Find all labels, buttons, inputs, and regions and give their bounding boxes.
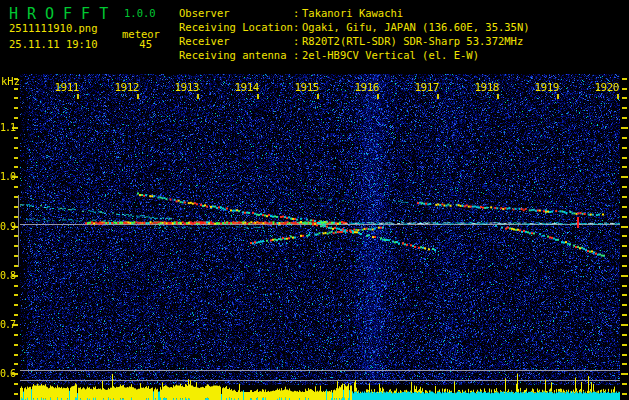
info-separator: :: [293, 6, 302, 20]
y-tick-minor: [14, 97, 18, 99]
y-tick-minor: [14, 285, 18, 287]
y-tick-minor: [622, 88, 627, 90]
y-tick-minor: [14, 304, 18, 306]
info-value: Takanori Kawachi: [302, 7, 403, 19]
y-tick-minor: [14, 147, 18, 149]
info-value: 2el-HB9CV Vertical (el. E-W): [302, 49, 479, 61]
y-tick-minor: [622, 363, 627, 365]
signal-level-bargraph: [20, 370, 620, 400]
y-tick-minor: [622, 344, 627, 346]
y-tick-minor: [622, 137, 627, 139]
y-tick-minor: [622, 206, 627, 208]
y-tick-minor: [622, 78, 627, 80]
y-tick-major: [621, 127, 628, 129]
output-filename: 2511111910.png: [9, 22, 98, 34]
echo-count: 45: [134, 38, 152, 50]
y-tick-minor: [622, 216, 627, 218]
y-tick-major: [621, 373, 628, 375]
y-tick-minor: [14, 166, 18, 168]
y-tick-minor: [622, 186, 627, 188]
freq-unit-label: kHz: [1, 75, 20, 87]
y-tick-label: 0.8: [0, 270, 15, 281]
spectrogram-canvas: [20, 74, 620, 385]
y-tick-label: 1.1: [0, 122, 15, 133]
info-label: Observer: [179, 6, 293, 20]
info-row-observer: Observer:Takanori Kawachi: [179, 6, 530, 20]
y-tick-minor: [622, 235, 627, 237]
y-tick-minor: [622, 393, 627, 395]
y-tick-major: [621, 324, 628, 326]
info-value: R820T2(RTL-SDR) SDR-Sharp 53.372MHz: [302, 35, 523, 47]
info-value: Ogaki, Gifu, JAPAN (136.60E, 35.35N): [302, 21, 530, 33]
y-tick-minor: [622, 245, 627, 247]
y-tick-label: 0.7: [0, 319, 15, 330]
y-tick-minor: [622, 334, 627, 336]
y-tick-minor: [14, 294, 18, 296]
y-tick-major: [12, 176, 18, 178]
y-tick-major: [12, 373, 18, 375]
y-tick-major: [12, 127, 18, 129]
y-tick-major: [621, 275, 628, 277]
y-tick-minor: [14, 393, 18, 395]
y-tick-minor: [14, 314, 18, 316]
y-tick-minor: [622, 107, 627, 109]
info-row-location: Receiving Location:Ogaki, Gifu, JAPAN (1…: [179, 20, 530, 34]
y-tick-minor: [14, 117, 18, 119]
y-tick-minor: [622, 157, 627, 159]
y-tick-label: 0.9: [0, 221, 15, 232]
y-tick-minor: [14, 383, 18, 385]
y-tick-major: [621, 176, 628, 178]
info-label: Receiving antenna: [179, 48, 293, 62]
y-tick-minor: [622, 265, 627, 267]
y-tick-minor: [622, 166, 627, 168]
y-tick-minor: [622, 117, 627, 119]
info-separator: :: [293, 20, 302, 34]
y-tick-label: 0.6: [0, 368, 15, 379]
y-tick-minor: [622, 196, 627, 198]
y-tick-minor: [14, 137, 18, 139]
info-row-antenna: Receiving antenna:2el-HB9CV Vertical (el…: [179, 48, 530, 62]
hrofft-output-window: HROFFT 1.0.0 2511111910.png meteor 25.11…: [0, 0, 629, 400]
y-tick-major: [621, 226, 628, 228]
y-tick-major: [12, 275, 18, 277]
y-tick-minor: [622, 285, 627, 287]
y-tick-minor: [622, 314, 627, 316]
y-tick-minor: [14, 107, 18, 109]
y-tick-minor: [14, 88, 18, 90]
y-tick-minor: [14, 157, 18, 159]
info-label: Receiver: [179, 34, 293, 48]
app-title: HROFFT: [9, 5, 117, 23]
y-tick-minor: [14, 344, 18, 346]
y-tick-minor: [14, 334, 18, 336]
echo-band-marker: [18, 195, 19, 267]
y-tick-minor: [14, 363, 18, 365]
y-tick-minor: [622, 383, 627, 385]
y-tick-label: 1.0: [0, 171, 15, 182]
y-tick-minor: [622, 97, 627, 99]
info-label: Receiving Location: [179, 20, 293, 34]
datetime-label: 25.11.11 19:10: [9, 38, 98, 50]
info-separator: :: [293, 48, 302, 62]
y-tick-minor: [622, 294, 627, 296]
info-separator: :: [293, 34, 302, 48]
y-tick-minor: [14, 354, 18, 356]
y-tick-minor: [622, 255, 627, 257]
y-tick-minor: [622, 354, 627, 356]
app-version: 1.0.0: [124, 7, 156, 19]
info-row-receiver: Receiver:R820T2(RTL-SDR) SDR-Sharp 53.37…: [179, 34, 530, 48]
y-tick-minor: [622, 304, 627, 306]
y-tick-major: [12, 324, 18, 326]
receiver-info-block: Observer:Takanori Kawachi Receiving Loca…: [179, 6, 530, 62]
y-tick-minor: [14, 186, 18, 188]
y-tick-minor: [622, 147, 627, 149]
